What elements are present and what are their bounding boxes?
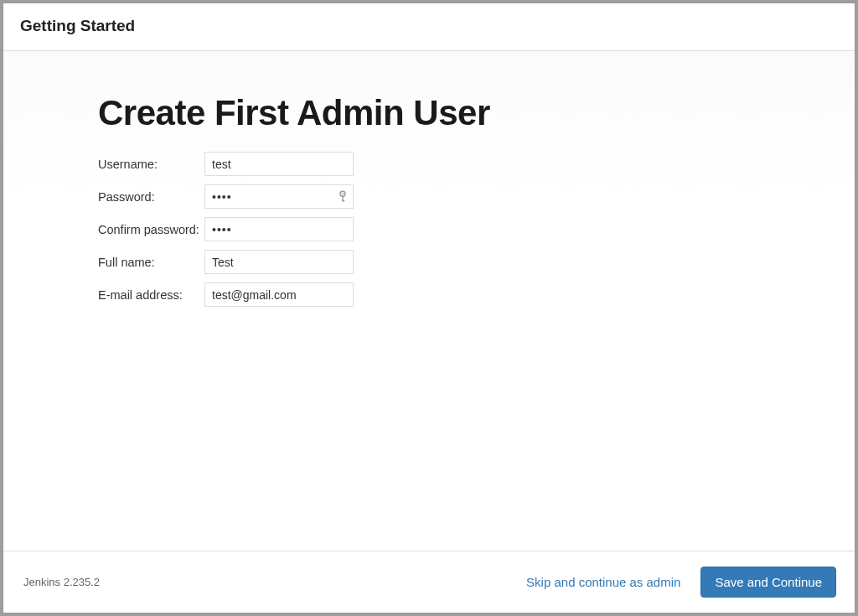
fullname-input[interactable] bbox=[204, 250, 354, 274]
password-input[interactable] bbox=[204, 184, 354, 209]
page-title: Create First Admin User bbox=[98, 93, 855, 133]
header-title: Getting Started bbox=[20, 17, 838, 35]
label-email: E-mail address: bbox=[98, 288, 204, 302]
footer: Jenkins 2.235.2 Skip and continue as adm… bbox=[3, 551, 855, 613]
row-username: Username: bbox=[98, 152, 855, 176]
email-input[interactable] bbox=[204, 282, 354, 307]
version-label: Jenkins 2.235.2 bbox=[23, 576, 100, 588]
row-email: E-mail address: bbox=[98, 282, 855, 307]
input-wrap-confirm bbox=[204, 217, 354, 241]
label-fullname: Full name: bbox=[98, 256, 204, 269]
footer-actions: Skip and continue as admin Save and Cont… bbox=[523, 567, 836, 598]
row-confirm-password: Confirm password: bbox=[98, 217, 855, 241]
skip-link[interactable]: Skip and continue as admin bbox=[523, 568, 684, 596]
save-continue-button[interactable]: Save and Continue bbox=[700, 567, 836, 598]
main-content: Create First Admin User Username: Passwo… bbox=[3, 51, 855, 551]
input-wrap-email bbox=[204, 282, 354, 307]
row-password: Password: bbox=[98, 184, 855, 209]
label-username: Username: bbox=[98, 158, 204, 171]
input-wrap-username bbox=[204, 152, 354, 176]
label-confirm-password: Confirm password: bbox=[98, 223, 204, 236]
header: Getting Started bbox=[3, 3, 855, 50]
username-input[interactable] bbox=[204, 152, 354, 176]
input-wrap-fullname bbox=[204, 250, 354, 274]
confirm-password-input[interactable] bbox=[204, 217, 354, 241]
input-wrap-password bbox=[204, 184, 354, 209]
row-fullname: Full name: bbox=[98, 250, 855, 274]
setup-wizard-window: Getting Started Create First Admin User … bbox=[3, 3, 855, 613]
label-password: Password: bbox=[98, 190, 204, 204]
